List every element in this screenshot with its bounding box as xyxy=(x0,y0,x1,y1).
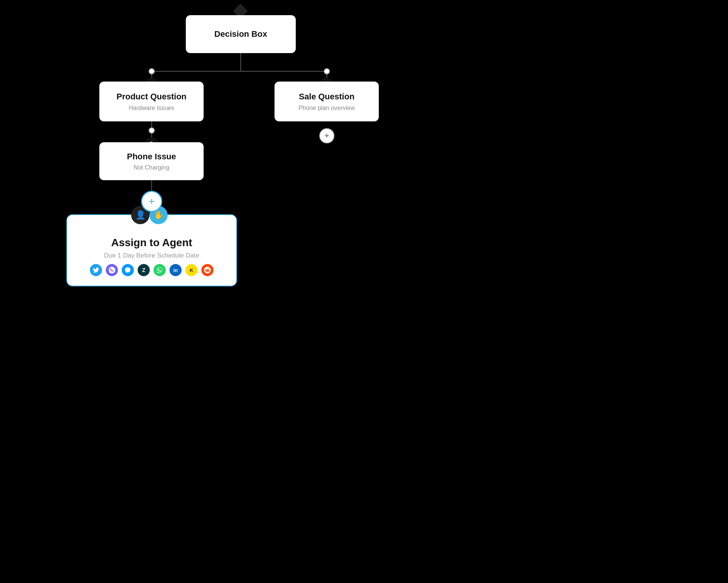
sale-question-node[interactable]: Sale Question Phone plan overview xyxy=(275,82,379,121)
twitter-icon xyxy=(90,264,102,276)
phone-issue-title: Phone Issue xyxy=(127,151,176,162)
sale-question-title: Sale Question xyxy=(299,91,355,102)
zendesk-icon: Z xyxy=(138,264,150,276)
messenger-icon xyxy=(122,264,134,276)
reddit-icon xyxy=(201,264,213,276)
add-button-sale[interactable]: + xyxy=(319,128,334,143)
phone-issue-node[interactable]: Phone Issue Not Charging xyxy=(99,142,204,180)
linkedin-icon: in xyxy=(169,264,182,276)
add-button-main[interactable]: + xyxy=(141,191,162,212)
assign-agent-title: Assign to Agent xyxy=(111,236,192,250)
connector-dot-right xyxy=(324,68,330,74)
whatsapp-icon xyxy=(154,264,166,276)
decision-box-node[interactable]: Decision Box xyxy=(186,15,296,53)
sale-question-subtitle: Phone plan overview xyxy=(298,105,355,112)
hand-icon: ✋ xyxy=(154,210,164,220)
product-question-subtitle: Hardware Issues xyxy=(129,105,174,112)
phone-issue-subtitle: Not Charging xyxy=(133,164,169,171)
person-icon: 👤 xyxy=(135,210,146,220)
assign-agent-subtitle: Due 1 Day Before Schedule Date xyxy=(104,252,199,259)
add-icon-sale: + xyxy=(325,131,329,141)
connector-dot-left xyxy=(149,68,155,74)
assign-agent-node[interactable]: 👤 ✋ Assign to Agent Due 1 Day Before Sch… xyxy=(66,214,237,286)
product-question-node[interactable]: Product Question Hardware Issues xyxy=(99,82,204,121)
product-question-title: Product Question xyxy=(116,91,187,102)
connector-dot-middle xyxy=(149,127,155,134)
viber-icon xyxy=(106,264,118,276)
social-icons-row: Z in K xyxy=(90,264,213,276)
add-icon-main: + xyxy=(149,195,155,207)
canvas: Decision Box 🏷 Product Question Hardware… xyxy=(0,0,728,583)
kakao-icon: K xyxy=(185,264,198,276)
decision-box-title: Decision Box xyxy=(214,29,267,40)
